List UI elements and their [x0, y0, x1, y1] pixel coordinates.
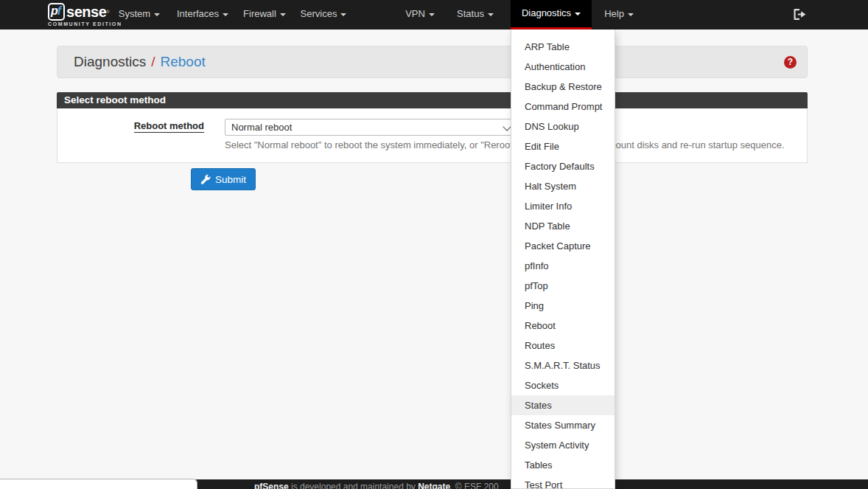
- nav-item-interfaces[interactable]: Interfaces: [169, 0, 236, 30]
- breadcrumb-page: Reboot: [161, 54, 206, 69]
- dropdown-item[interactable]: S.M.A.R.T. Status: [511, 356, 615, 375]
- caret-down-icon: [280, 13, 286, 16]
- nav-item-services[interactable]: Services: [295, 0, 352, 30]
- footer-brand: pfSense: [254, 482, 289, 489]
- top-navbar: pf sense ® COMMUNITY EDITION System Inte…: [0, 0, 868, 30]
- reboot-method-select[interactable]: Normal reboot: [225, 119, 519, 136]
- dropdown-item[interactable]: Sockets: [511, 375, 615, 395]
- dropdown-item[interactable]: States: [511, 395, 615, 415]
- panel-title: Select reboot method: [57, 92, 808, 108]
- pf-logo-box: pf: [48, 3, 65, 21]
- reboot-panel: Select reboot method Reboot method Norma…: [57, 92, 808, 163]
- caret-down-icon: [628, 13, 634, 16]
- footer-company[interactable]: Netgate: [418, 482, 450, 489]
- dropdown-item[interactable]: Backup & Restore: [511, 77, 615, 97]
- footer-tail: . © ESF 200: [450, 482, 499, 489]
- dropdown-item[interactable]: pfInfo: [511, 256, 615, 276]
- dropdown-item[interactable]: Limiter Info: [511, 196, 615, 216]
- dropdown-item[interactable]: Factory Defaults: [511, 156, 615, 176]
- dropdown-item[interactable]: ARP Table: [511, 37, 615, 57]
- reboot-method-label: Reboot method: [134, 120, 204, 133]
- caret-down-icon: [488, 13, 494, 16]
- submit-label: Submit: [215, 174, 246, 185]
- dropdown-item[interactable]: pfTop: [511, 276, 615, 296]
- link-preview-bubble: [0, 479, 197, 489]
- breadcrumb-separator: /: [146, 54, 160, 69]
- dropdown-item[interactable]: States Summary: [511, 415, 615, 435]
- dropdown-item[interactable]: NDP Table: [511, 216, 615, 236]
- dropdown-item[interactable]: Reboot: [511, 316, 615, 336]
- logo-edition-text: COMMUNITY EDITION: [48, 21, 122, 27]
- caret-down-icon: [340, 13, 346, 16]
- nav-item-system[interactable]: System: [112, 0, 167, 30]
- dropdown-item[interactable]: Halt System: [511, 176, 615, 196]
- dropdown-item[interactable]: System Activity: [511, 435, 615, 455]
- caret-down-icon: [223, 13, 228, 16]
- dropdown-item[interactable]: Tables: [511, 455, 615, 475]
- nav-item-firewall[interactable]: Firewall: [236, 0, 293, 30]
- nav-item-vpn[interactable]: VPN: [396, 0, 444, 30]
- nav-item-help[interactable]: Help: [595, 0, 643, 30]
- registered-mark: ®: [106, 10, 109, 14]
- dropdown-item[interactable]: Authentication: [511, 57, 615, 77]
- breadcrumb-section: Diagnostics: [74, 54, 146, 69]
- caret-down-icon: [575, 13, 581, 15]
- logo-sense-text: sense: [66, 4, 106, 21]
- submit-button[interactable]: Submit: [191, 168, 256, 190]
- help-icon[interactable]: ?: [784, 56, 797, 69]
- dropdown-item[interactable]: Test Port: [511, 475, 615, 489]
- dropdown-item[interactable]: Routes: [511, 336, 615, 356]
- pfsense-logo[interactable]: pf sense ® COMMUNITY EDITION: [48, 3, 122, 27]
- dropdown-item[interactable]: Ping: [511, 296, 615, 316]
- dropdown-item[interactable]: Packet Capture: [511, 236, 615, 256]
- diagnostics-dropdown-menu: ARP Table Authentication Backup & Restor…: [511, 30, 615, 489]
- select-value: Normal reboot: [225, 119, 519, 135]
- dropdown-item[interactable]: Edit File: [511, 136, 615, 156]
- dropdown-item[interactable]: Command Prompt: [511, 97, 615, 117]
- wrench-icon: [200, 174, 211, 184]
- breadcrumb: Diagnostics/Reboot ?: [57, 46, 808, 78]
- caret-down-icon: [154, 13, 160, 16]
- caret-down-icon: [429, 13, 435, 16]
- dropdown-item[interactable]: DNS Lookup: [511, 117, 615, 136]
- nav-item-status[interactable]: Status: [447, 0, 503, 30]
- footer-middle: is developed and maintained by: [289, 482, 418, 489]
- nav-item-diagnostics[interactable]: Diagnostics: [511, 0, 592, 30]
- sign-out-icon[interactable]: [793, 8, 808, 24]
